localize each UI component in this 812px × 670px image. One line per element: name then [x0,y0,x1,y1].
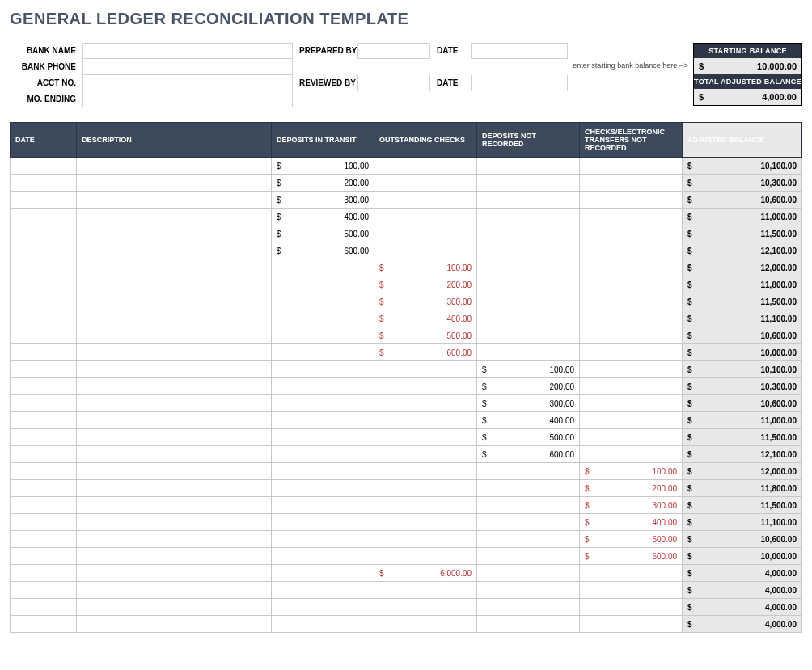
cell-deposits-transit[interactable] [272,276,374,293]
cell-deposits-transit[interactable] [272,582,374,599]
cell-date[interactable] [11,175,77,192]
cell-outstanding-checks[interactable] [374,531,477,548]
cell-date[interactable] [11,395,77,412]
cell-description[interactable] [77,565,272,582]
cell-deposits-transit[interactable] [272,293,374,310]
cell-deposits-not-recorded[interactable] [477,531,580,548]
cell-checks-not-recorded[interactable] [580,599,683,616]
cell-date[interactable] [11,378,77,395]
cell-description[interactable] [77,548,272,565]
cell-outstanding-checks[interactable] [374,514,477,531]
bank-name-input[interactable] [82,43,293,59]
cell-deposits-not-recorded[interactable] [477,276,580,293]
cell-date[interactable] [11,446,77,463]
cell-checks-not-recorded[interactable]: $500.00 [580,531,683,548]
cell-description[interactable] [77,327,272,344]
cell-deposits-not-recorded[interactable] [477,293,580,310]
cell-checks-not-recorded[interactable] [580,259,683,276]
cell-outstanding-checks[interactable] [374,599,477,616]
cell-date[interactable] [11,599,77,616]
starting-balance-value[interactable]: $ 10,000.00 [694,58,801,74]
cell-date[interactable] [11,582,77,599]
cell-outstanding-checks[interactable]: $500.00 [374,327,477,344]
cell-outstanding-checks[interactable] [374,480,477,497]
cell-date[interactable] [11,531,77,548]
cell-description[interactable] [77,412,272,429]
cell-deposits-transit[interactable]: $200.00 [272,175,374,192]
cell-checks-not-recorded[interactable] [580,276,683,293]
cell-deposits-transit[interactable] [272,344,374,361]
cell-description[interactable] [77,480,272,497]
cell-description[interactable] [77,175,272,192]
cell-deposits-not-recorded[interactable] [477,344,580,361]
cell-date[interactable] [11,463,77,480]
bank-phone-input[interactable] [82,59,293,75]
cell-deposits-transit[interactable]: $300.00 [272,192,374,209]
cell-description[interactable] [77,582,272,599]
cell-deposits-transit[interactable] [272,395,374,412]
cell-checks-not-recorded[interactable] [580,378,683,395]
cell-date[interactable] [11,412,77,429]
cell-outstanding-checks[interactable] [374,446,477,463]
cell-outstanding-checks[interactable] [374,209,477,225]
cell-deposits-not-recorded[interactable] [477,175,580,192]
cell-outstanding-checks[interactable] [374,497,477,514]
cell-checks-not-recorded[interactable] [580,175,683,192]
cell-deposits-transit[interactable] [272,310,374,327]
reviewed-date-input[interactable] [471,75,568,91]
cell-deposits-transit[interactable] [272,378,374,395]
cell-deposits-not-recorded[interactable] [477,582,580,599]
acct-no-input[interactable] [82,75,293,91]
cell-date[interactable] [11,209,77,225]
cell-description[interactable] [77,344,272,361]
cell-outstanding-checks[interactable]: $300.00 [374,293,477,310]
cell-outstanding-checks[interactable] [374,395,477,412]
cell-description[interactable] [77,599,272,616]
cell-checks-not-recorded[interactable] [580,209,683,225]
cell-checks-not-recorded[interactable]: $600.00 [580,548,683,565]
cell-deposits-not-recorded[interactable] [477,327,580,344]
cell-checks-not-recorded[interactable]: $200.00 [580,480,683,497]
cell-deposits-not-recorded[interactable] [477,225,580,242]
cell-date[interactable] [11,158,77,175]
cell-outstanding-checks[interactable] [374,361,477,378]
cell-checks-not-recorded[interactable] [580,242,683,259]
cell-date[interactable] [11,514,77,531]
cell-outstanding-checks[interactable]: $400.00 [374,310,477,327]
cell-checks-not-recorded[interactable] [580,225,683,242]
cell-deposits-not-recorded[interactable] [477,565,580,582]
cell-checks-not-recorded[interactable]: $400.00 [580,514,683,531]
cell-deposits-transit[interactable]: $500.00 [272,225,374,242]
cell-deposits-not-recorded[interactable] [477,242,580,259]
cell-date[interactable] [11,361,77,378]
cell-date[interactable] [11,242,77,259]
cell-description[interactable] [77,276,272,293]
cell-date[interactable] [11,344,77,361]
cell-deposits-not-recorded[interactable] [477,158,580,175]
cell-description[interactable] [77,158,272,175]
cell-checks-not-recorded[interactable] [580,327,683,344]
cell-deposits-not-recorded[interactable] [477,480,580,497]
cell-checks-not-recorded[interactable]: $300.00 [580,497,683,514]
cell-date[interactable] [11,293,77,310]
cell-deposits-not-recorded[interactable] [477,497,580,514]
cell-checks-not-recorded[interactable] [580,158,683,175]
cell-description[interactable] [77,531,272,548]
cell-deposits-transit[interactable] [272,514,374,531]
cell-deposits-transit[interactable] [272,565,374,582]
cell-deposits-not-recorded[interactable]: $600.00 [477,446,580,463]
cell-date[interactable] [11,565,77,582]
cell-date[interactable] [11,429,77,446]
cell-checks-not-recorded[interactable] [580,310,683,327]
reviewed-by-input[interactable] [357,75,430,91]
cell-description[interactable] [77,209,272,225]
cell-checks-not-recorded[interactable] [580,565,683,582]
cell-deposits-not-recorded[interactable] [477,259,580,276]
cell-deposits-transit[interactable] [272,531,374,548]
cell-outstanding-checks[interactable] [374,378,477,395]
cell-deposits-transit[interactable] [272,429,374,446]
cell-checks-not-recorded[interactable] [580,361,683,378]
cell-date[interactable] [11,192,77,209]
cell-date[interactable] [11,276,77,293]
cell-deposits-not-recorded[interactable]: $200.00 [477,378,580,395]
